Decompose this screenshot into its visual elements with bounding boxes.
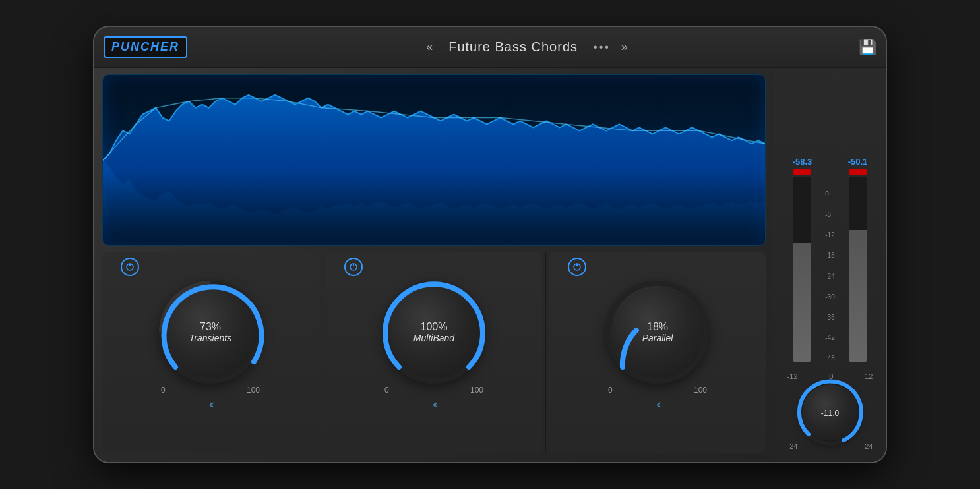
waveform-display bbox=[102, 74, 766, 246]
scale-30: -30 bbox=[825, 293, 834, 301]
output-value: -11.0 bbox=[821, 409, 839, 418]
meter-left: -58.3 bbox=[793, 157, 812, 362]
meter-scale: 0 -6 -12 -18 -24 -30 -36 -42 -48 bbox=[825, 177, 834, 362]
parallel-min: 0 bbox=[608, 386, 613, 395]
multiband-range: 0 100 bbox=[384, 386, 483, 395]
multiband-section: 100% MultiBand 0 100 ‹‹ bbox=[326, 252, 542, 453]
output-knob[interactable]: -11.0 bbox=[801, 383, 860, 442]
scale-0: 0 bbox=[825, 190, 834, 198]
scale-48: -48 bbox=[825, 355, 834, 362]
logo-text: PUNCHER bbox=[111, 40, 179, 53]
output-section: -12 0 12 -11.0 -24 bbox=[787, 372, 873, 453]
preset-dots[interactable]: ••• bbox=[594, 42, 611, 53]
scale-12: -12 bbox=[825, 231, 834, 239]
logo-box: PUNCHER bbox=[104, 36, 187, 58]
multiband-power-button[interactable] bbox=[344, 258, 363, 276]
meter-left-fill bbox=[793, 243, 811, 362]
scale-42: -42 bbox=[825, 334, 834, 341]
divider-2 bbox=[545, 252, 546, 453]
multiband-max: 100 bbox=[470, 386, 483, 395]
meter-left-value: -58.3 bbox=[793, 157, 812, 167]
top-bar: PUNCHER « Future Bass Chords ••• » 💾 bbox=[94, 27, 886, 68]
nav-area: « Future Bass Chords ••• » bbox=[200, 38, 853, 57]
output-scale-pos24: 24 bbox=[865, 442, 873, 450]
main-content: 73% Transients 0 100 ‹‹ bbox=[94, 68, 886, 462]
transients-section: 73% Transients 0 100 ‹‹ bbox=[102, 252, 319, 453]
multiband-knob[interactable]: 100% MultiBand bbox=[384, 283, 483, 382]
meter-right: -50.1 bbox=[848, 157, 868, 362]
meter-left-clip bbox=[793, 169, 811, 175]
scale-36: -36 bbox=[825, 314, 834, 321]
transients-min: 0 bbox=[161, 386, 166, 395]
transients-power-button[interactable] bbox=[121, 258, 139, 276]
preset-name: Future Bass Chords bbox=[448, 40, 578, 55]
multiband-expand-icon[interactable]: ‹‹ bbox=[433, 397, 435, 411]
parallel-range: 0 100 bbox=[608, 386, 707, 395]
transients-expand-icon[interactable]: ‹‹ bbox=[209, 397, 212, 411]
meter-right-clip bbox=[849, 169, 867, 175]
scale-6: -6 bbox=[825, 211, 834, 218]
output-scale-pos12: 12 bbox=[865, 372, 873, 380]
multiband-min: 0 bbox=[384, 386, 389, 395]
transients-knob[interactable]: 73% Transients bbox=[161, 283, 260, 382]
scale-18: -18 bbox=[825, 252, 834, 259]
plugin-body: PUNCHER « Future Bass Chords ••• » 💾 bbox=[94, 27, 886, 462]
parallel-knob[interactable]: 18% Parallel bbox=[608, 283, 707, 382]
scale-24: -24 bbox=[825, 273, 834, 280]
controls-row: 73% Transients 0 100 ‹‹ bbox=[94, 246, 774, 462]
meter-left-bar bbox=[793, 177, 811, 362]
divider-1 bbox=[322, 252, 322, 453]
transients-max: 100 bbox=[247, 386, 260, 395]
meter-right-value: -50.1 bbox=[848, 157, 868, 167]
prev-nav-button[interactable]: « bbox=[421, 38, 438, 57]
next-nav-button[interactable]: » bbox=[616, 38, 633, 57]
meter-right-fill bbox=[849, 230, 867, 362]
parallel-power-button[interactable] bbox=[568, 258, 586, 276]
parallel-expand-icon[interactable]: ‹‹ bbox=[656, 397, 659, 411]
meter-right-bar bbox=[849, 177, 867, 362]
parallel-max: 100 bbox=[694, 386, 707, 395]
transients-range: 0 100 bbox=[161, 386, 260, 395]
meters-area: -58.3 0 -6 -12 -18 -24 -30 -36 -42 - bbox=[793, 77, 868, 362]
right-panel: -58.3 0 -6 -12 -18 -24 -30 -36 -42 - bbox=[774, 68, 886, 462]
left-panel: 73% Transients 0 100 ‹‹ bbox=[94, 68, 774, 462]
parallel-section: 18% Parallel 0 100 ‹‹ bbox=[549, 252, 766, 453]
save-button[interactable]: 💾 bbox=[859, 39, 876, 56]
